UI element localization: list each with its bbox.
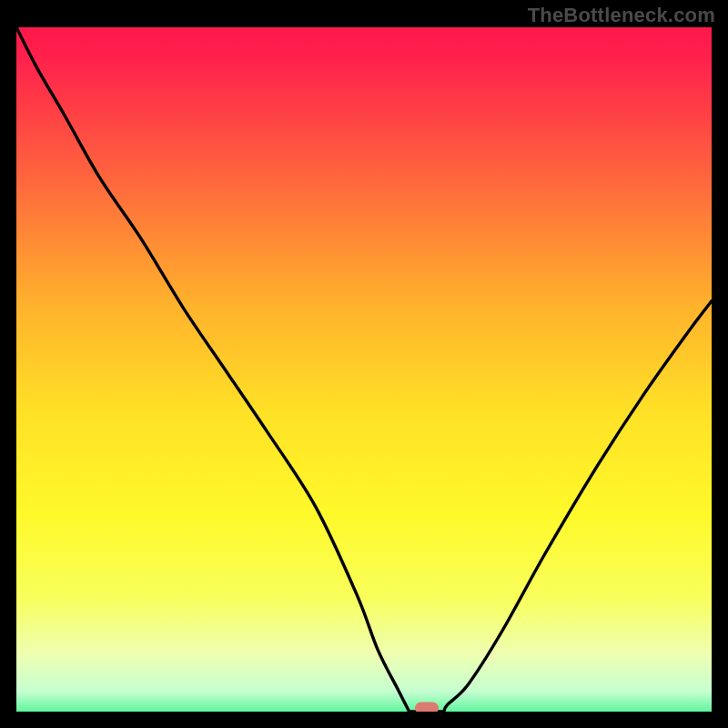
- bottleneck-curve: [16, 27, 712, 712]
- plot-area: [16, 27, 712, 712]
- watermark-text: TheBottleneck.com: [528, 4, 715, 27]
- optimum-marker: [415, 703, 439, 713]
- curve-layer: [16, 27, 712, 712]
- chart-frame: TheBottleneck.com: [0, 0, 728, 728]
